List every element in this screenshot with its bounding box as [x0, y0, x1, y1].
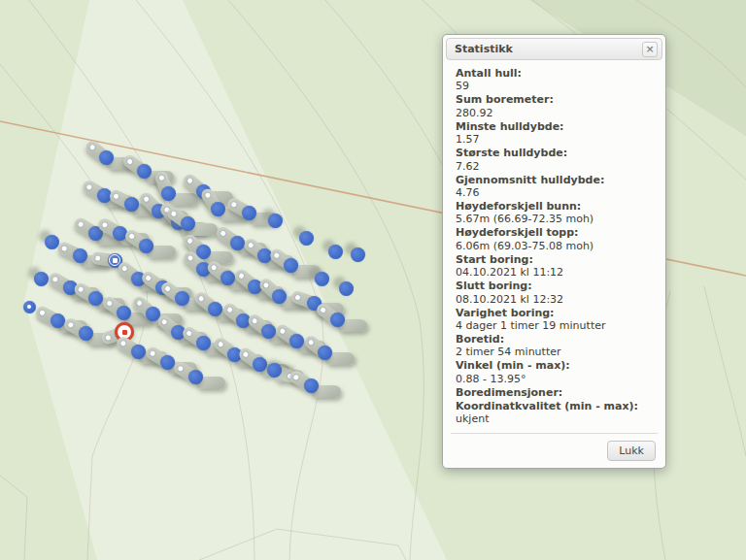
pill-tail-dot: [94, 255, 100, 261]
drillhole-dot: [318, 346, 332, 360]
drillhole-dot: [253, 357, 267, 372]
pill-tail-dot: [105, 334, 111, 340]
pill-tail-dot: [186, 177, 193, 183]
pill-tail-dot: [217, 340, 223, 346]
pill-tail-dot: [136, 299, 143, 306]
drillhole-dot: [289, 334, 304, 348]
drillhole-dot: [175, 291, 189, 306]
stat-value: 5.67m (66.69-72.35 moh): [456, 213, 653, 225]
stat-row-storste-hulldybde: Største hulldybde: 7.62: [456, 147, 653, 173]
drillhole-dot: [211, 202, 225, 216]
stat-row-gjennomsnitt: Gjennomsnitt hulldybde: 4.76: [456, 174, 653, 200]
pill-tail-dot: [106, 299, 113, 306]
drillhole-marker[interactable]: [168, 193, 198, 206]
stat-label: Minste hulldybde:: [456, 120, 653, 133]
pill-tail-dot: [85, 183, 92, 190]
stat-row-boretid: Boretid: 2 timer 54 minutter: [456, 333, 653, 359]
drillhole-dot: [339, 281, 354, 296]
stat-label: Boretid:: [456, 333, 653, 346]
drillhole-dot: [34, 272, 49, 286]
drillhole-dot: [88, 291, 103, 306]
stat-value: 04.10.2021 kl 11:12: [456, 266, 653, 279]
stat-row-sum-boremeter: Sum boremeter: 280.92: [456, 93, 653, 119]
drillhole-marker[interactable]: [311, 385, 341, 398]
pill-tail-dot: [149, 349, 155, 356]
drillhole-dot: [196, 336, 211, 350]
pill-tail-dot: [158, 174, 165, 181]
drillhole-dot: [315, 272, 329, 286]
stat-value: ukjent: [456, 412, 653, 425]
pill-tail-dot: [113, 192, 119, 199]
stat-value: 59: [456, 80, 653, 92]
stat-label: Antall hull:: [456, 67, 653, 80]
pill-tail-dot: [220, 229, 226, 236]
drillhole-marker[interactable]: [146, 246, 176, 258]
drillhole-marker[interactable]: [195, 377, 225, 389]
drillhole-dot: [328, 245, 343, 259]
drillhole-dot: [230, 236, 245, 250]
pill-tail-dot: [294, 294, 300, 300]
pill-tail-dot: [238, 272, 245, 279]
drillhole-dot: [299, 231, 314, 246]
pill-tail-dot: [120, 264, 127, 271]
stat-label: Slutt boring:: [456, 280, 653, 292]
stat-row-slutt-boring: Slutt boring: 08.10.2021 kl 12:32: [456, 280, 653, 306]
drillhole-dot: [267, 363, 282, 378]
drillhole-dot: [330, 313, 345, 327]
drillhole-dot: [139, 239, 153, 253]
pill-tail-dot: [242, 350, 249, 357]
drillhole-dot: [51, 313, 65, 328]
drillhole-dot: [124, 197, 139, 212]
drillhole-dot: [160, 355, 175, 370]
lukk-button[interactable]: Lukk: [607, 441, 656, 461]
pill-tail-dot: [88, 143, 95, 149]
pill-tail-dot: [143, 195, 150, 202]
pill-tail-dot: [160, 317, 167, 324]
pill-tail-dot: [101, 221, 108, 228]
stat-row-vinkel: Vinkel (min - max): 0.88 - 13.95°: [456, 359, 653, 385]
pill-tail-dot: [186, 329, 192, 336]
drillhole-dot: [304, 379, 319, 393]
stat-row-hoydeforskjell-bunn: Høydeforskjell bunn: 5.67m (66.69-72.35 …: [456, 200, 653, 226]
pill-tail-dot: [145, 274, 152, 280]
drillhole-dot: [45, 235, 59, 249]
drillhole-dot: [261, 324, 276, 339]
drillhole-dot: [208, 302, 222, 316]
pill-tail-dot: [230, 201, 237, 208]
dialog-titlebar[interactable]: Statistikk ×: [446, 38, 662, 60]
pill-tail-dot: [262, 280, 269, 287]
drillhole-dot: [161, 186, 176, 201]
drillhole-marker[interactable]: [337, 319, 367, 332]
stat-row-start-boring: Start boring: 04.10.2021 kl 11:12: [456, 253, 653, 280]
statistics-dialog: Statistikk × Antall hull: 59 Sum boremet…: [442, 34, 666, 469]
pill-tail-dot: [186, 237, 193, 244]
dialog-title: Statistikk: [455, 43, 513, 55]
drillhole-dot: [79, 326, 93, 341]
pill-tail-dot: [247, 241, 254, 247]
pill-tail-dot: [170, 210, 177, 216]
stat-row-koordinatkvalitet: Koordinatkvalitet (min - max): ukjent: [456, 400, 653, 426]
dialog-footer-divider: [451, 433, 658, 434]
stat-value: 1.57: [456, 133, 653, 146]
stat-label: Gjennomsnitt hulldybde:: [456, 174, 653, 186]
statistics-list: Antall hull: 59 Sum boremeter: 280.92 Mi…: [446, 60, 662, 426]
drillhole-dot: [188, 370, 203, 384]
stat-row-antall-hull: Antall hull: 59: [456, 67, 653, 93]
pill-tail-dot: [210, 263, 217, 270]
pill-tail-dot: [119, 340, 126, 346]
drillhole-marker[interactable]: [324, 352, 355, 365]
pill-tail-dot: [177, 365, 184, 372]
pill-tail-dot: [77, 285, 84, 292]
pill-tail-dot: [307, 338, 314, 345]
drillhole-dot: [351, 247, 365, 262]
stat-label: Boredimensjoner:: [456, 386, 653, 399]
stat-label: Vinkel (min - max):: [456, 359, 653, 372]
pill-tail-dot: [279, 327, 286, 334]
pill-tail-dot: [186, 253, 193, 260]
map-canvas[interactable]: Statistikk × Antall hull: 59 Sum boremet…: [0, 0, 746, 560]
pill-tail-dot: [51, 276, 58, 282]
pill-tail-dot: [197, 294, 204, 301]
stat-row-varighet-boring: Varighet boring: 4 dager 1 timer 19 minu…: [456, 307, 653, 333]
stat-row-hoydeforskjell-topp: Høydeforskjell topp: 6.06m (69.03-75.08 …: [456, 226, 653, 252]
close-icon[interactable]: ×: [642, 42, 658, 57]
